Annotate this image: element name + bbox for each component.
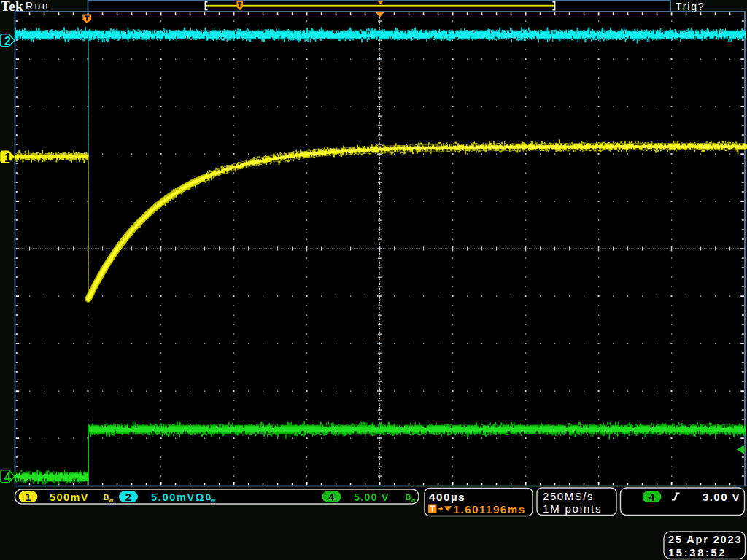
svg-text:W: W bbox=[211, 497, 217, 504]
svg-text:2: 2 bbox=[125, 491, 132, 503]
svg-text:2: 2 bbox=[4, 35, 11, 47]
svg-text:1: 1 bbox=[25, 491, 31, 503]
svg-text:Tek: Tek bbox=[1, 0, 23, 14]
svg-text:1.601196ms: 1.601196ms bbox=[454, 503, 525, 516]
svg-text:25 Apr 2023: 25 Apr 2023 bbox=[668, 534, 741, 545]
svg-text:W: W bbox=[109, 497, 115, 504]
svg-text:5.00mVΩ: 5.00mVΩ bbox=[151, 491, 204, 503]
svg-text:Run: Run bbox=[26, 0, 48, 12]
svg-text:500mV: 500mV bbox=[50, 491, 88, 503]
svg-text:3.00 V: 3.00 V bbox=[703, 491, 740, 503]
svg-text:4: 4 bbox=[649, 491, 655, 503]
svg-text:Trig?: Trig? bbox=[676, 1, 704, 12]
svg-text:W: W bbox=[411, 497, 417, 504]
svg-text:1: 1 bbox=[4, 152, 11, 164]
svg-text:400µs: 400µs bbox=[429, 491, 465, 503]
svg-text:4: 4 bbox=[4, 471, 11, 483]
svg-text:1M points: 1M points bbox=[543, 502, 601, 515]
svg-text:5.00 V: 5.00 V bbox=[354, 491, 389, 503]
svg-text:250MS/s: 250MS/s bbox=[543, 490, 593, 502]
svg-text:4: 4 bbox=[328, 491, 335, 503]
